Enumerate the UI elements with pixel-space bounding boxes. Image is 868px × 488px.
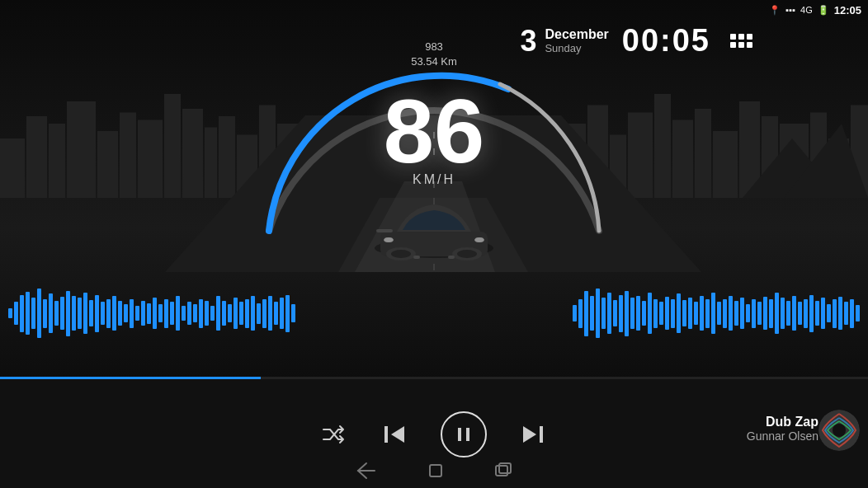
- visualizer-bar: [625, 291, 629, 336]
- svg-rect-54: [540, 426, 543, 443]
- visualizer-bar: [723, 299, 727, 328]
- visualizer-bar: [613, 300, 617, 326]
- visualizer-bar: [49, 293, 53, 333]
- visualizer-bar: [705, 299, 710, 328]
- track-info: Dub Zap Gunnar Olsen: [747, 415, 818, 443]
- visualizer-bar: [130, 299, 134, 328]
- shuffle-button[interactable]: [322, 423, 348, 446]
- grid-icon[interactable]: [730, 34, 752, 48]
- svg-rect-51: [458, 428, 461, 441]
- visualizer-bar: [95, 295, 99, 332]
- visualizer-right: [573, 289, 860, 338]
- visualizer-bar: [135, 306, 139, 321]
- visualizer-bar: [8, 308, 12, 318]
- visualizer-bar: [268, 296, 272, 331]
- visualizer-bar: [210, 306, 215, 321]
- visualizer-bar: [147, 303, 151, 324]
- album-art[interactable]: [818, 410, 860, 451]
- visualizer-bar: [769, 299, 773, 328]
- visualizer-bar: [734, 301, 738, 326]
- visualizer-bar: [31, 298, 35, 329]
- visualizer-bar: [827, 304, 831, 322]
- visualizer-bar: [682, 300, 686, 326]
- visualizer-bar: [740, 298, 744, 329]
- svg-rect-58: [496, 466, 507, 476]
- next-button[interactable]: [520, 421, 546, 448]
- visualizer-bar: [20, 295, 24, 332]
- visualizer-bar: [688, 298, 692, 329]
- visualizer-bar: [54, 301, 59, 326]
- svg-point-56: [833, 424, 846, 437]
- status-bar: 📍 ▪▪▪ 4G 🔋 12:05: [703, 0, 868, 20]
- visualizer-bar: [590, 296, 594, 331]
- visualizer-bar: [26, 292, 30, 335]
- visualizer-bar: [291, 304, 295, 322]
- day-number: 3: [520, 24, 536, 59]
- visualizer-bar: [187, 302, 191, 325]
- visualizer-bar: [607, 293, 611, 334]
- visualizer-bar: [804, 299, 808, 328]
- visualizer-bar: [78, 298, 82, 329]
- visualizer-bar: [205, 301, 209, 326]
- speed-info: 983 53.54 Km 86 KM/H: [384, 40, 484, 187]
- visualizer-bar: [43, 299, 47, 328]
- progress-line: [0, 377, 868, 379]
- visualizer-bar: [844, 302, 848, 325]
- visualizer-bar: [72, 296, 76, 331]
- grid-dot: [738, 42, 744, 48]
- visualizer-bar: [164, 299, 168, 328]
- visualizer-bar: [106, 299, 111, 328]
- trip-info: 983 53.54 Km: [384, 40, 484, 69]
- visualizer-bar: [596, 289, 600, 338]
- visualizer-bar: [199, 299, 203, 328]
- back-button[interactable]: [356, 462, 377, 484]
- visualizer-bar: [630, 298, 634, 329]
- visualizer-bar: [182, 306, 186, 321]
- visualizer-bar: [257, 303, 261, 324]
- clock: 00:05: [622, 23, 710, 59]
- battery-icon: 🔋: [818, 5, 829, 16]
- visualizer-bar: [781, 298, 785, 329]
- pause-button[interactable]: [441, 411, 487, 458]
- grid-dot: [730, 34, 736, 40]
- month-name: December: [545, 27, 608, 42]
- visualizer-bar: [619, 295, 623, 332]
- visualizer-bar: [222, 301, 226, 326]
- home-button[interactable]: [427, 462, 445, 484]
- svg-rect-52: [466, 428, 469, 441]
- visualizer-bar: [118, 301, 122, 326]
- visualizer-bar: [251, 296, 255, 331]
- visualizer-bar: [37, 289, 41, 338]
- visualizer-bar: [578, 299, 583, 328]
- visualizer-bar: [786, 301, 790, 326]
- visualizer-bar: [694, 302, 698, 325]
- visualizer-bar: [653, 299, 658, 328]
- visualizer-bar: [798, 302, 802, 325]
- svg-rect-50: [384, 426, 388, 443]
- visualizer-bar: [584, 291, 588, 336]
- dashboard: 983 53.54 Km 86 KM/H 3 December Sunday 0…: [0, 0, 868, 379]
- visualizer-bar: [763, 297, 767, 330]
- visualizer-bar: [216, 296, 220, 331]
- visualizer-bar: [700, 296, 704, 331]
- visualizer-bar: [636, 296, 640, 331]
- previous-button[interactable]: [381, 421, 408, 448]
- visualizer-bar: [101, 302, 105, 325]
- visualizer-bar: [792, 296, 796, 331]
- visualizer-bar: [821, 298, 825, 329]
- track-name: Dub Zap: [747, 415, 818, 429]
- visualizer-bar: [717, 302, 721, 325]
- visualizer-bar: [659, 302, 663, 325]
- month-weekday: December Sunday: [545, 27, 608, 54]
- status-time: 12:05: [834, 4, 861, 16]
- recents-button[interactable]: [494, 462, 512, 484]
- music-controls: [0, 411, 868, 458]
- visualizer-bar: [245, 299, 249, 328]
- weekday-name: Sunday: [545, 42, 608, 54]
- controls-bar: Dub Zap Gunnar Olsen: [0, 381, 868, 488]
- visualizer-bar: [153, 298, 157, 329]
- visualizer-bar: [158, 304, 163, 322]
- visualizer-bar: [112, 296, 116, 331]
- svg-marker-53: [523, 426, 536, 443]
- visualizer-bar: [60, 297, 64, 330]
